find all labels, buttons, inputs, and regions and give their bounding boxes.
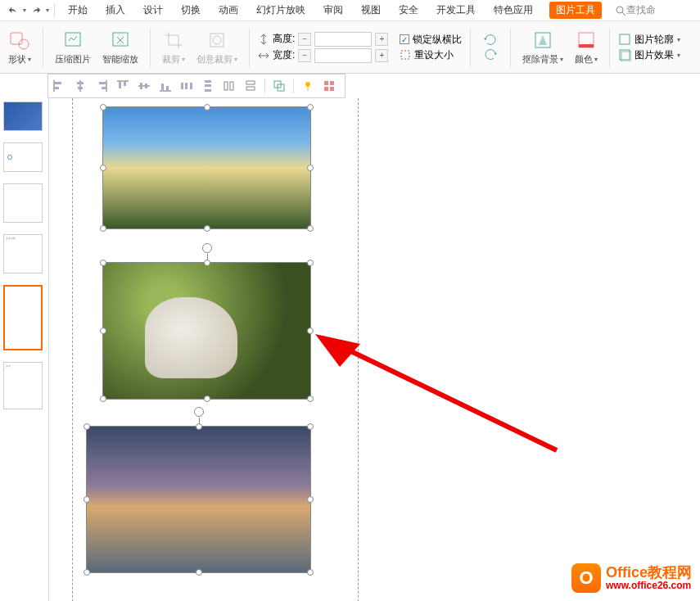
compress-icon — [61, 29, 84, 52]
ribbon: 形状▾ 压缩图片 智能缩放 裁剪▾ 创意裁剪▾ 高度: − + — [0, 21, 700, 74]
resize-handle[interactable] — [204, 395, 210, 402]
equal-height-icon[interactable] — [222, 79, 237, 93]
pic-effects-row[interactable]: 图片效果▾ — [618, 48, 680, 62]
resize-handle[interactable] — [204, 104, 210, 111]
top-bar: ▾ ▾ 开始 插入 设计 切换 动画 幻灯片放映 审阅 视图 安全 开发工具 特… — [0, 0, 700, 21]
redo-icon[interactable] — [28, 2, 44, 19]
resize-handle[interactable] — [100, 260, 106, 266]
separator — [264, 79, 265, 93]
align-center-h-icon[interactable] — [73, 79, 88, 93]
resize-handle[interactable] — [84, 496, 90, 503]
resize-handle[interactable] — [307, 423, 314, 430]
redo-dropdown[interactable]: ▾ — [46, 7, 49, 14]
distribute-v-icon[interactable] — [201, 79, 215, 93]
rotate-handle[interactable] — [194, 407, 204, 417]
align-bottom-icon[interactable] — [158, 79, 173, 93]
slide-thumbnail-selected[interactable] — [3, 285, 43, 350]
search-box[interactable]: 查找命 — [615, 3, 656, 17]
smartzoom-group[interactable]: 智能缩放 — [99, 29, 142, 66]
width-input[interactable] — [314, 48, 372, 63]
compress-group[interactable]: 压缩图片 — [52, 29, 94, 66]
color-group[interactable]: 颜色▾ — [571, 29, 601, 66]
resize-handle[interactable] — [100, 395, 106, 402]
crop-label: 裁剪 — [162, 53, 180, 66]
resize-handle[interactable] — [307, 260, 314, 266]
grid-settings-icon[interactable] — [322, 79, 336, 93]
selected-image-2[interactable] — [102, 262, 311, 400]
watermark-url: www.office26.com — [606, 581, 692, 591]
tab-insert[interactable]: 插入 — [104, 2, 127, 19]
rotate-handle[interactable] — [202, 243, 212, 253]
svg-rect-20 — [78, 87, 83, 89]
pic-outline-row[interactable]: 图片轮廓▾ — [618, 33, 680, 47]
tab-devtools[interactable]: 开发工具 — [435, 2, 477, 19]
slide-thumbnail[interactable] — [3, 183, 43, 223]
align-top-icon[interactable] — [115, 79, 130, 93]
svg-rect-36 — [205, 80, 211, 83]
height-input[interactable] — [314, 32, 372, 47]
resize-handle[interactable] — [307, 104, 314, 111]
tab-review[interactable]: 审阅 — [322, 2, 345, 19]
resize-handle[interactable] — [196, 423, 202, 430]
lock-aspect-checkbox[interactable]: ✓ — [400, 34, 409, 44]
height-increase[interactable]: + — [375, 33, 388, 46]
resize-handle[interactable] — [204, 260, 210, 266]
resize-handle[interactable] — [100, 104, 106, 111]
resize-handle[interactable] — [84, 569, 90, 576]
tab-view[interactable]: 视图 — [359, 2, 382, 19]
height-decrease[interactable]: − — [298, 33, 311, 46]
resize-handle[interactable] — [307, 165, 314, 171]
slide-canvas[interactable] — [49, 98, 700, 601]
tab-animation[interactable]: 动画 — [217, 2, 240, 19]
lock-aspect-row[interactable]: ✓ 锁定纵横比 — [400, 33, 462, 47]
align-left-icon[interactable] — [52, 79, 66, 93]
alignment-toolbar — [47, 74, 345, 98]
resize-handle[interactable] — [100, 165, 106, 171]
tab-picture-tools[interactable]: 图片工具 — [549, 2, 602, 19]
svg-rect-33 — [181, 83, 183, 89]
shape-label: 形状 — [8, 53, 26, 66]
rotate-group[interactable] — [479, 34, 502, 61]
tab-design[interactable]: 设计 — [142, 2, 165, 19]
undo-dropdown[interactable]: ▾ — [23, 7, 26, 14]
tab-special[interactable]: 特色应用 — [492, 2, 535, 19]
crop-icon — [162, 29, 185, 52]
slide-thumbnail[interactable] — [3, 102, 43, 131]
selected-image-3[interactable] — [86, 426, 311, 573]
smart-guide-icon[interactable] — [300, 79, 315, 93]
resize-handle[interactable] — [307, 225, 314, 232]
svg-rect-8 — [401, 51, 409, 59]
resize-handle[interactable] — [196, 569, 202, 576]
tab-security[interactable]: 安全 — [397, 2, 420, 19]
resize-handle[interactable] — [307, 496, 314, 503]
resize-handle[interactable] — [307, 395, 314, 402]
shape-group[interactable]: 形状▾ — [5, 29, 34, 66]
reset-size-label: 重设大小 — [414, 48, 454, 62]
tab-start[interactable]: 开始 — [66, 2, 89, 19]
resize-handle[interactable] — [307, 328, 314, 334]
equal-width-icon[interactable] — [243, 79, 258, 93]
slide-thumbnail[interactable]: 文本 — [3, 362, 43, 409]
undo-icon[interactable] — [5, 2, 21, 19]
align-right-icon[interactable] — [94, 79, 109, 93]
resize-handle[interactable] — [307, 569, 314, 576]
removebg-group[interactable]: 抠除背景▾ — [519, 29, 567, 66]
resize-handle[interactable] — [204, 225, 210, 232]
width-decrease[interactable]: − — [298, 49, 311, 62]
align-middle-v-icon[interactable] — [137, 79, 151, 93]
tab-slideshow[interactable]: 幻灯片放映 — [255, 2, 307, 19]
selected-image-1[interactable] — [102, 106, 311, 229]
resize-handle[interactable] — [100, 225, 106, 232]
svg-point-45 — [305, 82, 310, 87]
slide-thumbnail[interactable]: 文本内容 — [3, 234, 43, 273]
resize-handle[interactable] — [84, 423, 90, 430]
group-icon[interactable] — [272, 79, 287, 93]
width-increase[interactable]: + — [375, 49, 388, 62]
svg-rect-48 — [330, 81, 334, 85]
slide-thumbnail[interactable] — [3, 142, 43, 172]
resize-handle[interactable] — [100, 328, 106, 334]
reset-size-row[interactable]: 重设大小 — [400, 48, 462, 62]
distribute-h-icon[interactable] — [179, 79, 194, 93]
compress-label: 压缩图片 — [55, 53, 91, 66]
tab-transition[interactable]: 切换 — [179, 2, 202, 19]
